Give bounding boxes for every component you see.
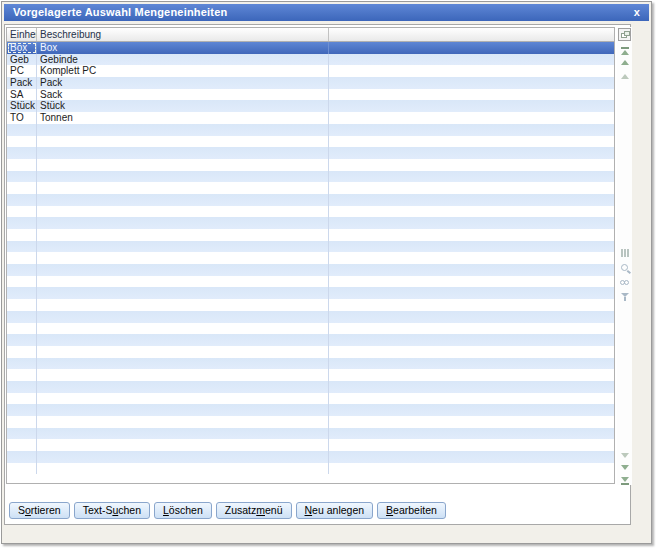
cell-einheit[interactable] — [7, 358, 37, 370]
cell-beschreibung[interactable] — [37, 323, 329, 335]
bearbeiten-button[interactable]: Bearbeiten — [377, 502, 446, 519]
cell-einheit[interactable] — [7, 206, 37, 218]
neu-anlegen-button[interactable]: Neu anlegen — [296, 502, 374, 519]
table-row[interactable]: StückStück — [7, 100, 614, 112]
table-row[interactable]: BoxBox — [7, 42, 614, 54]
cell-beschreibung[interactable] — [37, 299, 329, 311]
columns-icon[interactable] — [620, 249, 629, 257]
table-row[interactable] — [7, 206, 614, 218]
cell-extra[interactable] — [329, 276, 614, 288]
cell-extra[interactable] — [329, 159, 614, 171]
cell-beschreibung[interactable] — [37, 346, 329, 358]
cell-einheit[interactable] — [7, 439, 37, 451]
cell-einheit[interactable]: Geb — [7, 54, 37, 66]
cell-einheit[interactable] — [7, 393, 37, 405]
cell-beschreibung[interactable] — [37, 136, 329, 148]
cell-extra[interactable] — [329, 241, 614, 253]
cell-einheit[interactable] — [7, 241, 37, 253]
cell-extra[interactable] — [329, 369, 614, 381]
table-row[interactable] — [7, 334, 614, 346]
table-row[interactable] — [7, 136, 614, 148]
cell-beschreibung[interactable] — [37, 124, 329, 136]
text-suchen-button[interactable]: Text-Suchen — [74, 502, 150, 519]
cell-extra[interactable] — [329, 323, 614, 335]
cell-beschreibung[interactable] — [37, 463, 329, 475]
cell-beschreibung[interactable]: Komplett PC — [37, 65, 329, 77]
cell-extra[interactable] — [329, 299, 614, 311]
cell-beschreibung[interactable] — [37, 358, 329, 370]
cell-einheit[interactable] — [7, 217, 37, 229]
cell-beschreibung[interactable]: Tonnen — [37, 112, 329, 124]
table-row[interactable] — [7, 229, 614, 241]
cell-einheit[interactable] — [7, 346, 37, 358]
cell-beschreibung[interactable] — [37, 252, 329, 264]
table-row[interactable] — [7, 276, 614, 288]
cell-einheit[interactable] — [7, 287, 37, 299]
sortieren-button[interactable]: Sortieren — [9, 502, 70, 519]
table-row[interactable] — [7, 147, 614, 159]
cell-extra[interactable] — [329, 229, 614, 241]
cell-einheit[interactable] — [7, 147, 37, 159]
cell-einheit[interactable] — [7, 369, 37, 381]
cell-einheit[interactable] — [7, 194, 37, 206]
cell-extra[interactable] — [329, 147, 614, 159]
cell-beschreibung[interactable] — [37, 287, 329, 299]
table-row[interactable] — [7, 346, 614, 358]
table-row[interactable] — [7, 124, 614, 136]
table-row[interactable] — [7, 311, 614, 323]
cell-einheit[interactable] — [7, 264, 37, 276]
cell-beschreibung[interactable]: Gebinde — [37, 54, 329, 66]
table-row[interactable] — [7, 369, 614, 381]
table-row[interactable] — [7, 451, 614, 463]
find-icon[interactable] — [620, 280, 629, 285]
table-row[interactable]: TOTonnen — [7, 112, 614, 124]
cell-extra[interactable] — [329, 182, 614, 194]
cell-beschreibung[interactable]: Box — [37, 42, 329, 54]
cell-extra[interactable] — [329, 428, 614, 440]
cell-einheit[interactable] — [7, 404, 37, 416]
cell-beschreibung[interactable] — [37, 171, 329, 183]
cell-beschreibung[interactable] — [37, 182, 329, 194]
cell-beschreibung[interactable]: Stück — [37, 100, 329, 112]
table-row[interactable] — [7, 358, 614, 370]
cell-einheit[interactable] — [7, 416, 37, 428]
title-bar[interactable]: Vorgelagerte Auswahl Mengeneinheiten x — [4, 4, 649, 21]
table-row[interactable] — [7, 182, 614, 194]
cell-beschreibung[interactable] — [37, 217, 329, 229]
cell-beschreibung[interactable] — [37, 194, 329, 206]
cell-beschreibung[interactable] — [37, 159, 329, 171]
cell-extra[interactable] — [329, 206, 614, 218]
cell-beschreibung[interactable] — [37, 416, 329, 428]
cell-einheit[interactable] — [7, 171, 37, 183]
cell-extra[interactable] — [329, 217, 614, 229]
table-row[interactable] — [7, 439, 614, 451]
table-row[interactable] — [7, 393, 614, 405]
table-row[interactable] — [7, 252, 614, 264]
cell-beschreibung[interactable] — [37, 428, 329, 440]
cell-extra[interactable] — [329, 334, 614, 346]
cell-beschreibung[interactable] — [37, 264, 329, 276]
cell-extra[interactable] — [329, 54, 614, 66]
table-row[interactable]: GebGebinde — [7, 54, 614, 66]
cell-extra[interactable] — [329, 358, 614, 370]
cell-einheit[interactable] — [7, 463, 37, 475]
cell-extra[interactable] — [329, 100, 614, 112]
cell-einheit[interactable] — [7, 299, 37, 311]
cell-extra[interactable] — [329, 194, 614, 206]
cell-beschreibung[interactable] — [37, 439, 329, 451]
cell-extra[interactable] — [329, 77, 614, 89]
table-row[interactable] — [7, 416, 614, 428]
cell-extra[interactable] — [329, 252, 614, 264]
scroll-bottom-icon[interactable] — [620, 477, 629, 486]
cell-extra[interactable] — [329, 89, 614, 101]
zusatzmenue-button[interactable]: Zusatzmenü — [216, 502, 292, 519]
cell-beschreibung[interactable] — [37, 369, 329, 381]
cell-extra[interactable] — [329, 136, 614, 148]
cell-einheit[interactable] — [7, 381, 37, 393]
cell-beschreibung[interactable]: Pack — [37, 77, 329, 89]
table-row[interactable] — [7, 404, 614, 416]
cell-extra[interactable] — [329, 287, 614, 299]
cell-extra[interactable] — [329, 264, 614, 276]
scroll-top-icon[interactable] — [620, 46, 629, 55]
column-chooser-icon[interactable] — [618, 28, 631, 41]
